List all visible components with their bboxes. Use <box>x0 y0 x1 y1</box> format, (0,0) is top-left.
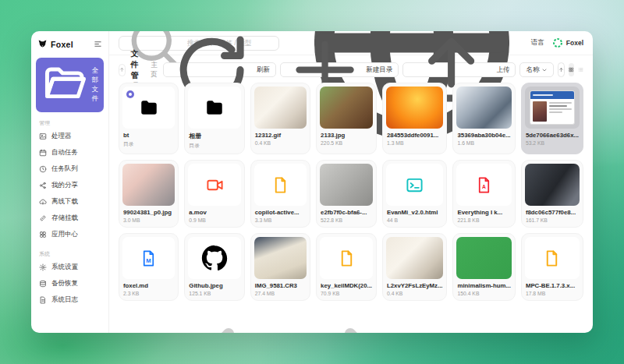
sidebar-item-label: 任务队列 <box>51 164 78 174</box>
sidebar-item-label: 存储挂载 <box>51 214 78 223</box>
breadcrumb[interactable]: 主页 <box>151 61 158 80</box>
file-size: 1.6 MB <box>456 140 511 147</box>
file-name: key_keilMDK(20... <box>320 282 373 289</box>
file-thumbnail: A <box>456 164 511 206</box>
sidebar-item-storage-mount[interactable]: 存储挂载 <box>36 210 104 227</box>
new-folder-button[interactable]: 新建目录 <box>280 62 399 77</box>
file-name: Everything I k... <box>456 209 511 216</box>
file-card[interactable]: IMG_9581.CR327.4 MB <box>250 233 310 301</box>
sidebar-item-my-shares[interactable]: 我的分享 <box>36 178 104 194</box>
fox-logo-icon <box>37 39 48 49</box>
sidebar-item-label: 应用中心 <box>51 230 78 239</box>
file-card[interactable]: Mfoxel.md2.3 KB <box>119 233 179 301</box>
refresh-button[interactable]: 刷新 <box>163 62 276 77</box>
file-card[interactable]: EvanMi_v2.0.html44 B <box>382 160 448 228</box>
file-file-icon <box>271 176 289 194</box>
file-card[interactable]: 5de7066ae63d6x...53.2 KB <box>521 83 583 154</box>
chevron-down-icon <box>541 67 548 73</box>
sort-direction-button[interactable] <box>558 62 565 77</box>
file-name: L2xvY2FsLzEyMz... <box>386 282 444 289</box>
list-view-button[interactable] <box>578 63 583 76</box>
file-card[interactable]: f8dc06c577f0e8...161.7 KB <box>521 160 583 228</box>
file-name: 99024381_p0.jpg <box>122 209 175 216</box>
page-size-select[interactable]: 50 条/页 <box>438 307 583 333</box>
file-size: 44 B <box>386 217 444 224</box>
main-area: 语言 Foxel 文件管理 主页 刷新 <box>109 31 593 333</box>
sidebar-collapse-icon[interactable] <box>94 40 102 48</box>
file-card[interactable]: 35369aba30b04e...1.6 MB <box>452 83 515 154</box>
sidebar-item-processor[interactable]: 处理器 <box>36 129 104 145</box>
file-name: copilot-active... <box>254 209 307 216</box>
file-thumbnail: M <box>122 237 175 279</box>
file-card[interactable]: 相册目录 <box>184 83 244 154</box>
sidebar-item-offline-download[interactable]: 离线下载 <box>36 194 104 210</box>
file-size: 27.4 MB <box>254 291 307 297</box>
image-thumbnail <box>254 87 307 129</box>
folder-icon <box>139 97 159 118</box>
file-size: 221.8 KB <box>456 217 511 224</box>
file-card[interactable]: 284553ddfe0091...1.3 MB <box>382 83 448 154</box>
refresh-label: 刷新 <box>257 65 270 75</box>
user-menu[interactable]: Foxel <box>552 37 583 48</box>
language-label: 语言 <box>531 38 544 48</box>
file-card[interactable]: minimalism-hum...150.4 KB <box>452 233 515 301</box>
file-grid: bt目录相册目录12312.gif0.4 KB2133.jpg220.5 KB2… <box>119 83 583 301</box>
file-file-icon <box>543 249 561 267</box>
go-up-button[interactable] <box>119 64 126 76</box>
file-card[interactable]: e2fb7f0c-bfa6-...522.8 KB <box>316 160 377 228</box>
file-card[interactable]: copilot-active...3.3 MB <box>250 160 310 228</box>
file-size: 220.5 KB <box>320 140 373 147</box>
image-thumbnail <box>188 237 240 279</box>
brand: Foxel <box>36 37 104 51</box>
sidebar-item-task-queue[interactable]: 任务队列 <box>36 161 104 178</box>
next-page-button[interactable] <box>301 306 432 333</box>
file-card[interactable]: AEverything I k...221.8 KB <box>452 160 515 228</box>
processor-icon <box>39 133 47 140</box>
list-view-icon <box>578 67 583 72</box>
file-thumbnail <box>188 164 240 206</box>
sort-select[interactable]: 名称 <box>519 62 554 77</box>
image-thumbnail <box>525 164 580 206</box>
file-size: 150.4 KB <box>456 291 511 297</box>
file-name: f8dc06c577f0e8... <box>525 209 580 216</box>
new-folder-label: 新建目录 <box>366 65 392 75</box>
file-card[interactable]: MPC-BE.1.7.3.x...17.8 MB <box>521 233 583 301</box>
sidebar-section-title: 管理 <box>39 119 104 127</box>
mount-badge-icon <box>126 90 134 98</box>
file-size: 125.1 KB <box>188 291 240 297</box>
sort-ascending-icon <box>558 67 564 72</box>
sidebar-section-title: 系统 <box>39 250 104 258</box>
grid-view-icon <box>569 67 574 72</box>
sidebar-item-backup-restore[interactable]: 备份恢复 <box>36 276 104 292</box>
prev-page-button[interactable] <box>147 306 278 333</box>
sort-label: 名称 <box>526 65 539 75</box>
file-card[interactable]: 99024381_p0.jpg3.0 MB <box>119 160 179 228</box>
file-card[interactable]: key_keilMDK(20...70.9 KB <box>316 233 377 301</box>
file-name: 5de7066ae63d6x... <box>525 132 580 139</box>
folder-icon <box>204 97 225 118</box>
file-card[interactable]: 12312.gif0.4 KB <box>250 83 310 154</box>
folder-thumbnail <box>122 87 175 129</box>
auto-tasks-icon <box>39 149 47 157</box>
file-card[interactable]: Github.jpeg125.1 KB <box>184 233 244 301</box>
sidebar-item-label: 自动任务 <box>51 148 78 157</box>
sidebar-item-system-logs[interactable]: 系统日志 <box>36 292 104 309</box>
sidebar-item-settings[interactable]: 系统设置 <box>36 260 104 276</box>
sidebar-item-all-files[interactable]: 全部文件 <box>36 58 104 112</box>
file-card[interactable]: L2xvY2FsLzEyMz...0.4 KB <box>382 233 448 301</box>
file-card[interactable]: 2133.jpg220.5 KB <box>316 83 377 154</box>
upload-button[interactable]: 上传 <box>402 62 516 77</box>
grid-view-button[interactable] <box>569 63 574 76</box>
file-name: 284553ddfe0091... <box>386 132 444 139</box>
file-card[interactable]: a.mov0.9 MB <box>184 160 244 228</box>
image-thumbnail <box>386 237 444 279</box>
image-thumbnail <box>320 87 373 129</box>
file-card[interactable]: bt目录 <box>119 83 179 154</box>
sidebar-item-auto-tasks[interactable]: 自动任务 <box>36 145 104 161</box>
file-name: EvanMi_v2.0.html <box>386 209 444 216</box>
file-size: 2.3 KB <box>122 291 175 297</box>
sidebar-item-label: 全部文件 <box>92 66 99 104</box>
github-logo-icon <box>200 243 229 273</box>
sidebar-item-app-center[interactable]: 应用中心 <box>36 227 104 243</box>
sidebar-item-label: 系统设置 <box>51 263 78 272</box>
